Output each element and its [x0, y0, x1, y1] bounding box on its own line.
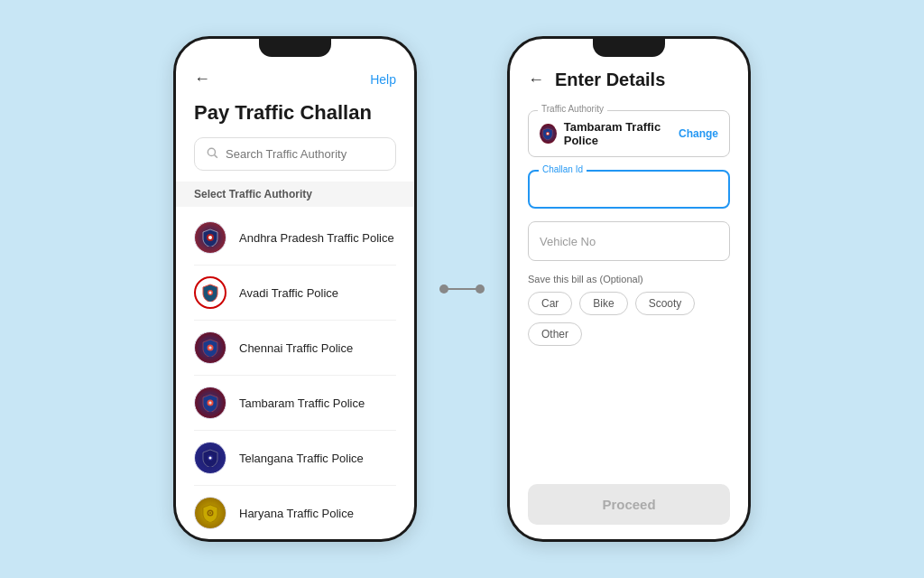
svg-point-0: [208, 149, 215, 156]
svg-point-11: [210, 403, 211, 404]
search-box[interactable]: [194, 137, 396, 171]
svg-point-8: [210, 348, 211, 349]
vehicle-no-field[interactable]: Vehicle No: [528, 221, 730, 261]
list-item[interactable]: Haryana Traffic Police: [194, 486, 396, 539]
svg-point-18: [547, 133, 549, 135]
right-title: Enter Details: [555, 70, 665, 90]
list-item[interactable]: Avadi Traffic Police: [194, 266, 396, 321]
connector: [444, 288, 480, 290]
save-bill-label: Save this bill as (Optional): [528, 274, 730, 284]
list-item[interactable]: Andhra Pradesh Traffic Police: [194, 210, 396, 266]
right-phone-header: ← Enter Details: [528, 66, 730, 94]
authority-name: Andhra Pradesh Traffic Police: [239, 231, 394, 245]
search-input[interactable]: [226, 147, 384, 161]
authority-logo-ap: [194, 221, 226, 254]
list-item[interactable]: Chennai Traffic Police: [194, 321, 396, 376]
challan-id-input[interactable]: [541, 182, 717, 198]
change-button[interactable]: Change: [679, 127, 718, 140]
challan-id-label: Challan Id: [539, 164, 587, 174]
connector-line: [444, 288, 480, 290]
svg-point-5: [209, 292, 212, 294]
authority-name: Tambaram Traffic Police: [239, 396, 365, 410]
svg-point-3: [208, 236, 212, 239]
authority-logo-tambaram: [194, 387, 226, 419]
challan-id-field[interactable]: Challan Id: [528, 170, 730, 209]
challan-field-box[interactable]: Challan Id: [528, 170, 730, 209]
authority-selected-left: Tambaram Traffic Police: [540, 120, 679, 147]
authority-name: Avadi Traffic Police: [239, 286, 338, 300]
list-item[interactable]: Telangana Traffic Police: [194, 431, 396, 486]
back-button-right[interactable]: ←: [528, 70, 544, 89]
selected-authority-badge: [540, 124, 557, 144]
proceed-button[interactable]: Proceed: [528, 484, 730, 525]
vehicle-chip-car[interactable]: Car: [528, 292, 572, 315]
traffic-authority-field: Traffic Authority Tambaram Traffic Polic…: [528, 110, 730, 157]
selected-authority-name: Tambaram Traffic Police: [564, 120, 679, 147]
save-bill-section: Save this bill as (Optional) Car Bike Sc…: [528, 274, 730, 346]
vehicle-chip-bike[interactable]: Bike: [579, 292, 627, 315]
svg-point-13: [209, 457, 212, 460]
authority-name: Chennai Traffic Police: [239, 341, 353, 355]
authority-list: Andhra Pradesh Traffic Police Avadi Traf…: [194, 210, 396, 539]
phones-container: ← Help Pay Traffic Challan Select Traffi…: [173, 36, 751, 542]
left-phone: ← Help Pay Traffic Challan Select Traffi…: [173, 36, 417, 542]
left-phone-header: ← Help: [194, 66, 396, 92]
authority-name: Haryana Traffic Police: [239, 507, 354, 520]
vehicle-chip-scooty[interactable]: Scooty: [635, 292, 696, 315]
traffic-authority-label: Traffic Authority: [538, 104, 607, 114]
list-item[interactable]: Tambaram Traffic Police: [194, 376, 396, 431]
section-label: Select Traffic Authority: [176, 182, 414, 207]
authority-logo-telangana: [194, 442, 226, 474]
authority-selected-box: Traffic Authority Tambaram Traffic Polic…: [528, 110, 730, 157]
back-button-left[interactable]: ←: [194, 70, 210, 89]
phone-notch-right: [593, 39, 665, 57]
authority-logo-chennai: [194, 331, 226, 364]
vehicle-no-placeholder: Vehicle No: [540, 235, 596, 248]
right-phone: ← Enter Details Traffic Authority: [507, 36, 751, 542]
phone-notch-left: [259, 39, 331, 57]
svg-line-1: [215, 155, 217, 158]
vehicle-options: Car Bike Scooty Other: [528, 292, 730, 346]
help-link[interactable]: Help: [370, 72, 396, 87]
connector-dot-right: [476, 284, 485, 294]
authority-logo-avadi: [194, 276, 226, 309]
svg-point-16: [209, 512, 211, 514]
page-title: Pay Traffic Challan: [194, 101, 396, 125]
authority-name: Telangana Traffic Police: [239, 452, 364, 465]
search-icon: [206, 146, 218, 162]
connector-dot-left: [439, 284, 448, 294]
vehicle-chip-other[interactable]: Other: [528, 322, 582, 346]
authority-logo-haryana: [194, 497, 226, 529]
